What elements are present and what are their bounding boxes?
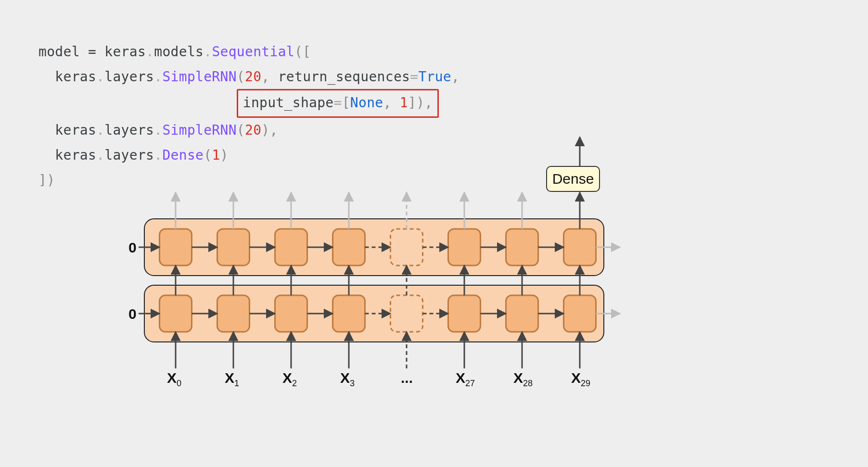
svg-rect-7 xyxy=(275,295,307,332)
code-comma: , xyxy=(383,95,400,111)
code-token: models xyxy=(154,44,204,60)
code-paren: ([ xyxy=(294,44,311,60)
code-keyword: True xyxy=(418,69,451,85)
input-label: X29 xyxy=(571,370,590,389)
code-comma: , xyxy=(261,69,278,85)
rnn-diagram: Dense 0 0 X0X1X2X3...X27X28X29 xyxy=(130,212,625,452)
svg-rect-14 xyxy=(506,229,538,265)
input-label: X3 xyxy=(340,370,355,389)
code-paren: ( xyxy=(237,122,245,138)
code-dot: . xyxy=(96,69,104,85)
code-func: Sequential xyxy=(212,44,294,60)
svg-rect-13 xyxy=(448,295,481,332)
code-dot: . xyxy=(154,122,162,138)
code-dot: . xyxy=(154,147,162,163)
input-label: ... xyxy=(401,370,413,386)
highlight-input-shape: input_shape=[None, 1]), xyxy=(237,89,439,118)
svg-rect-12 xyxy=(448,229,481,265)
code-dot: . xyxy=(204,44,212,60)
code-dot: . xyxy=(146,44,154,60)
code-token: layers xyxy=(104,69,154,85)
code-dot: . xyxy=(96,147,104,163)
code-number: 20 xyxy=(245,122,261,138)
svg-rect-5 xyxy=(217,295,250,332)
input-label: X2 xyxy=(282,370,297,389)
input-label: X1 xyxy=(225,370,239,389)
code-func: SimpleRNN xyxy=(162,69,236,85)
code-number: 20 xyxy=(245,69,261,85)
svg-rect-17 xyxy=(564,295,596,332)
dense-output-box: Dense xyxy=(546,166,600,192)
svg-rect-3 xyxy=(160,295,192,332)
svg-rect-15 xyxy=(506,295,538,332)
code-bracket: ]), xyxy=(408,95,433,111)
initial-state-bottom: 0 xyxy=(128,306,137,322)
code-token: input_shape xyxy=(243,95,334,111)
code-token: keras xyxy=(55,122,96,138)
rnn-svg xyxy=(130,212,625,380)
code-number: 1 xyxy=(400,95,408,111)
initial-state-top: 0 xyxy=(128,240,137,256)
code-func: Dense xyxy=(162,147,204,163)
code-paren: ), xyxy=(261,122,278,138)
code-func: SimpleRNN xyxy=(162,122,236,138)
code-eq: = xyxy=(410,69,418,85)
input-label: X27 xyxy=(456,370,475,389)
code-token: model xyxy=(38,44,80,60)
svg-rect-8 xyxy=(333,229,365,265)
input-label: X0 xyxy=(167,370,181,389)
code-token: layers xyxy=(104,122,154,138)
slide: model = keras.models.Sequential([ keras.… xyxy=(0,0,868,467)
code-keyword: None xyxy=(350,95,383,111)
code-paren: ( xyxy=(237,69,245,85)
svg-rect-6 xyxy=(275,229,307,265)
code-token: keras xyxy=(55,147,96,163)
code-block: model = keras.models.Sequential([ keras.… xyxy=(38,14,830,193)
svg-rect-9 xyxy=(333,295,365,332)
input-label: X28 xyxy=(513,370,533,389)
code-comma: , xyxy=(451,69,460,85)
code-paren: ) xyxy=(220,147,229,163)
code-bracket: [ xyxy=(342,95,350,111)
code-token: keras xyxy=(104,44,146,60)
code-dot: . xyxy=(154,69,162,85)
code-dot: . xyxy=(96,122,104,138)
code-eq: = xyxy=(334,95,342,111)
code-token: return_sequences xyxy=(278,69,410,85)
code-token: layers xyxy=(104,147,154,163)
code-number: 1 xyxy=(212,147,220,163)
code-token: = xyxy=(80,44,104,60)
code-paren: ]) xyxy=(38,172,55,188)
code-token: keras xyxy=(55,69,96,85)
svg-rect-4 xyxy=(217,229,250,265)
svg-rect-2 xyxy=(160,229,192,265)
svg-rect-16 xyxy=(564,229,596,265)
code-paren: ( xyxy=(204,147,212,163)
